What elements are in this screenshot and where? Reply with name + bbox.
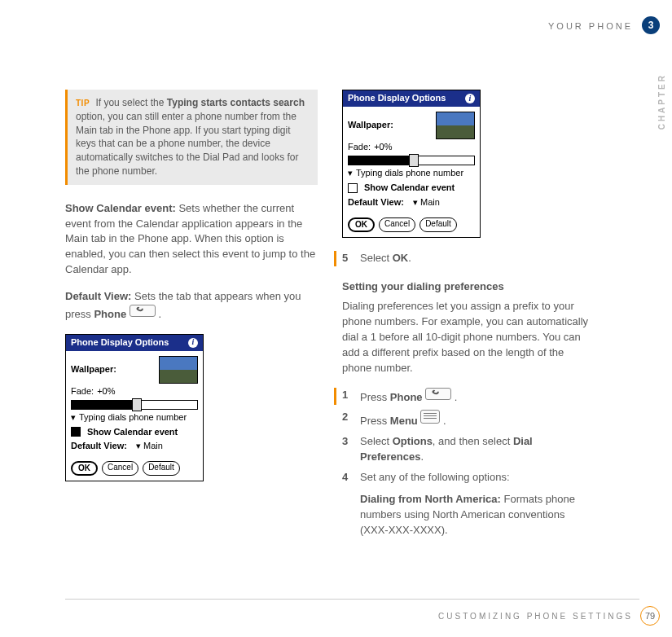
default-button-r: Default: [419, 217, 457, 232]
header-section: YOUR PHONE: [548, 21, 633, 31]
left-column: TIP If you select the Typing starts cont…: [65, 90, 318, 481]
step-2-body: Press Menu .: [360, 410, 595, 429]
dialing-prefs-heading: Setting your dialing preferences: [342, 279, 595, 295]
step-number-2: 2: [342, 410, 352, 429]
step-number-5: 5: [342, 251, 352, 266]
show-calendar-para: Show Calendar event: Sets whether the cu…: [65, 201, 318, 278]
s1b: .: [451, 391, 457, 403]
fade-value: +0%: [97, 385, 115, 398]
default-view-label-dlg-r: Default View:: [348, 196, 404, 209]
s2a: Press: [360, 415, 390, 427]
step-5-body: Select OK.: [360, 251, 595, 266]
s3bold1: Options: [393, 435, 433, 447]
tip-bold: Typing starts contacts search: [167, 97, 305, 108]
s4: Set any of the following options:: [360, 471, 510, 483]
default-view-dropdown-r: Main: [413, 196, 440, 209]
footer-rule: [65, 599, 639, 600]
show-calendar-label: Show Calendar event: [87, 426, 178, 439]
chapter-label: CHAPTER: [657, 73, 666, 130]
info-icon: i: [188, 338, 198, 348]
wallpaper-thumbnail: [159, 356, 198, 384]
dialing-na-bold: Dialing from North America:: [360, 493, 501, 505]
s3end: .: [420, 450, 424, 463]
default-view-bold: Default View:: [65, 290, 131, 302]
phone-key-icon: [130, 305, 156, 317]
dialog-titlebar: Phone Display Options i: [66, 335, 203, 351]
dialing-prefs-intro: Dialing preferences let you assign a pre…: [342, 299, 595, 376]
fade-label: Fade:: [71, 385, 94, 398]
show-calendar-bold: Show Calendar event:: [65, 202, 176, 214]
wallpaper-thumbnail-r: [436, 112, 475, 139]
step5-a: Select: [360, 252, 393, 264]
step-2: 2 Press Menu .: [342, 410, 595, 429]
fade-slider-r: [348, 156, 475, 165]
step-number-4: 4: [342, 470, 352, 549]
dialing-na-para: Dialing from North America: Formats phon…: [360, 492, 595, 538]
fade-label-r: Fade:: [348, 141, 371, 154]
s1a: Press: [360, 391, 390, 403]
phone-display-options-dialog-right: Phone Display Options i Wallpaper: Fade:…: [342, 90, 481, 238]
step-number-3: 3: [342, 434, 352, 465]
show-calendar-checkbox: [71, 427, 81, 437]
typing-dropdown: Typing dials phone number: [71, 411, 198, 424]
ok-button: OK: [71, 461, 98, 476]
menu-key-icon: [420, 410, 440, 424]
wallpaper-label-r: Wallpaper:: [348, 119, 393, 132]
step-5: 5 Select OK.: [334, 251, 595, 266]
default-view-dropdown: Main: [136, 440, 163, 453]
step-4: 4 Set any of the following options: Dial…: [342, 470, 595, 549]
s2bold: Menu: [390, 415, 418, 427]
dialog-buttons: OK Cancel Default: [66, 458, 203, 481]
phone-display-options-dialog-left: Phone Display Options i Wallpaper: Fade:…: [65, 334, 204, 482]
page: YOUR PHONE 3 CHAPTER TIP If you select t…: [0, 0, 672, 637]
step5-bold: OK: [393, 252, 409, 264]
tip-text-after: option, you can still enter a phone numb…: [76, 111, 298, 177]
dialog-body-r: Wallpaper: Fade: +0% Typing dials phone …: [343, 107, 480, 214]
step-3: 3 Select Options, and then select Dial P…: [342, 434, 595, 465]
dialog-title: Phone Display Options: [71, 336, 169, 349]
chapter-number-badge: 3: [642, 16, 660, 34]
default-button: Default: [143, 461, 180, 476]
show-calendar-checkbox-r: [348, 183, 358, 193]
dialog-title-r: Phone Display Options: [348, 92, 446, 105]
tip-label: TIP: [76, 99, 90, 108]
cancel-button-r: Cancel: [379, 217, 415, 232]
footer-section: CUSTOMIZING PHONE SETTINGS: [438, 612, 633, 621]
default-view-text-b: .: [156, 308, 161, 320]
default-view-para: Default View: Sets the tab that appears …: [65, 289, 318, 323]
right-column: Phone Display Options i Wallpaper: Fade:…: [342, 90, 595, 554]
s3mid: , and then select: [433, 435, 513, 447]
cancel-button: Cancel: [102, 461, 138, 476]
tip-text-before: If you select the: [95, 97, 166, 108]
phone-key-icon-2: [425, 388, 451, 400]
step5-after: .: [408, 252, 411, 264]
show-calendar-label-r: Show Calendar event: [364, 182, 455, 195]
fade-value-r: +0%: [374, 141, 392, 154]
fade-slider: [71, 400, 198, 410]
step-4-body: Set any of the following options: Dialin…: [360, 470, 595, 549]
dialog-titlebar-r: Phone Display Options i: [343, 90, 480, 107]
ok-button-r: OK: [348, 217, 375, 232]
page-number-badge: 79: [640, 606, 660, 626]
s2b: .: [440, 415, 446, 427]
wallpaper-label: Wallpaper:: [71, 363, 116, 376]
s1bold: Phone: [390, 391, 423, 403]
step-number-1: 1: [342, 388, 352, 406]
phone-bold: Phone: [94, 308, 126, 320]
default-view-label-dlg: Default View:: [71, 440, 127, 453]
dialog-body: Wallpaper: Fade: +0% Typing dials phone …: [66, 351, 203, 459]
step-1-body: Press Phone .: [360, 388, 595, 406]
s3a: Select: [360, 435, 393, 447]
step-1: 1 Press Phone .: [334, 388, 595, 406]
info-icon-r: i: [465, 94, 475, 103]
step-3-body: Select Options, and then select Dial Pre…: [360, 434, 595, 465]
tip-box: TIP If you select the Typing starts cont…: [65, 90, 318, 185]
dialog-buttons-r: OK Cancel Default: [343, 214, 480, 237]
typing-dropdown-r: Typing dials phone number: [348, 167, 475, 180]
